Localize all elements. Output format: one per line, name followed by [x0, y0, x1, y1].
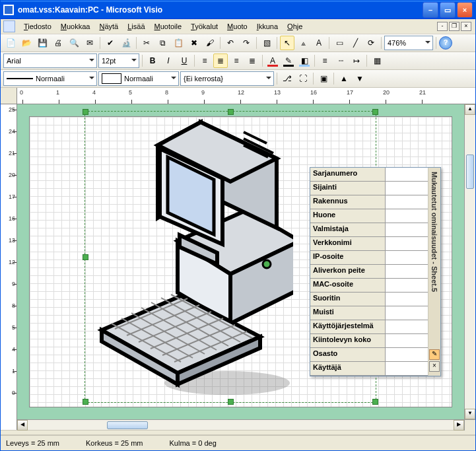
align-justify-button[interactable]: ≣: [245, 53, 259, 68]
mdi-close-button[interactable]: ×: [461, 22, 471, 31]
property-row[interactable]: Sijainti: [310, 182, 428, 195]
undo-button[interactable]: ↶: [223, 36, 238, 50]
property-value[interactable]: [386, 168, 428, 181]
zoom-combo[interactable]: 476%: [384, 36, 433, 50]
property-row[interactable]: MAC-osoite: [310, 279, 428, 293]
property-row[interactable]: Valmistaja: [310, 223, 428, 237]
property-row[interactable]: IP-osoite: [310, 251, 428, 265]
scroll-up-button[interactable]: ▲: [465, 104, 475, 115]
paste-button[interactable]: 📋: [171, 36, 186, 50]
property-row[interactable]: Käyttäjä: [310, 362, 428, 376]
layer-combo[interactable]: {Ei kerrosta}: [180, 71, 274, 86]
property-value[interactable]: [386, 182, 428, 195]
italic-button[interactable]: I: [161, 53, 176, 68]
property-value[interactable]: [386, 362, 428, 375]
mdi-minimize-button[interactable]: -: [437, 22, 448, 31]
resize-handle-s[interactable]: [228, 399, 234, 405]
email-button[interactable]: ✉: [83, 36, 97, 50]
maximize-button[interactable]: ▭: [440, 2, 456, 18]
help-button[interactable]: ?: [439, 36, 452, 50]
save-button[interactable]: 💾: [35, 36, 50, 50]
property-row[interactable]: Käyttöjärjestelmä: [310, 320, 428, 334]
property-row[interactable]: Rakennus: [310, 195, 428, 209]
text-tool-button[interactable]: A: [312, 36, 326, 50]
line-ends-button[interactable]: ↦: [349, 53, 364, 68]
property-row[interactable]: Kiintolevyn koko: [310, 334, 428, 348]
property-value[interactable]: [386, 265, 428, 278]
fill-style-combo[interactable]: Normaali: [98, 71, 179, 86]
resize-handle-nw[interactable]: [83, 109, 88, 115]
connector-tool-button[interactable]: ⟁: [296, 36, 310, 50]
horizontal-scrollbar-thumb[interactable]: [107, 421, 148, 429]
fill-color-button[interactable]: ◧: [297, 53, 312, 68]
open-button[interactable]: 📂: [19, 36, 34, 50]
font-name-combo[interactable]: Arial: [3, 53, 97, 68]
property-row[interactable]: Muisti: [310, 306, 428, 320]
delete-button[interactable]: ✖: [187, 36, 201, 50]
property-value[interactable]: [386, 195, 428, 209]
align-center-button[interactable]: ≣: [213, 53, 228, 68]
property-row[interactable]: Huone: [310, 209, 428, 223]
copy-button[interactable]: ⧉: [155, 36, 170, 50]
property-value[interactable]: [386, 251, 428, 264]
panel-close-button[interactable]: ×: [429, 361, 440, 372]
shapes-button[interactable]: ▧: [259, 36, 274, 50]
menu-muoto[interactable]: Muoto: [222, 21, 252, 32]
cut-button[interactable]: ✂: [139, 36, 154, 50]
print-button[interactable]: 🖨: [51, 36, 65, 50]
property-value[interactable]: [386, 279, 428, 292]
property-row[interactable]: Suoritin: [310, 293, 428, 306]
close-button[interactable]: ×: [457, 2, 473, 18]
property-row[interactable]: Verkkonimi: [310, 237, 428, 251]
drawing-canvas[interactable]: SarjanumeroSijaintiRakennusHuoneValmista…: [17, 104, 464, 419]
mdi-restore-button[interactable]: ❐: [449, 22, 459, 31]
rotate-button[interactable]: ⟳: [364, 36, 378, 50]
line-tool-button[interactable]: ╱: [348, 36, 362, 50]
rectangle-tool-button[interactable]: ▭: [332, 36, 347, 50]
redo-button[interactable]: ↷: [239, 36, 254, 50]
scroll-down-button[interactable]: ▼: [465, 409, 475, 419]
resize-handle-sw[interactable]: [83, 399, 88, 405]
vertical-ruler[interactable]: 2524212017161312985410: [1, 104, 17, 430]
vertical-scrollbar[interactable]: ▲ ▼: [464, 104, 475, 419]
horizontal-scrollbar[interactable]: ◀ ▶: [17, 419, 464, 430]
menu-muokkaa[interactable]: Muokkaa: [56, 21, 95, 32]
bold-button[interactable]: B: [145, 53, 160, 68]
property-row[interactable]: Sarjanumero: [310, 168, 428, 182]
menu-muotoile[interactable]: Muotoile: [150, 21, 187, 32]
property-value[interactable]: [386, 348, 428, 361]
menu-tiedosto[interactable]: Tiedosto: [19, 21, 56, 32]
font-color-button[interactable]: A: [265, 53, 280, 68]
menu-työkalut[interactable]: Työkalut: [186, 21, 222, 32]
horizontal-ruler[interactable]: 014589121316172021: [17, 88, 475, 104]
property-value[interactable]: [386, 223, 428, 236]
group-button[interactable]: ▣: [316, 71, 331, 86]
pc-shape[interactable]: [95, 112, 293, 396]
align-shapes-button[interactable]: ▦: [370, 53, 384, 68]
property-value[interactable]: [386, 209, 428, 223]
panel-titlebar[interactable]: Mukautetut ominaisuudet - Sheet.5 ✎ ×: [428, 168, 440, 376]
vertical-scrollbar-thumb[interactable]: [466, 155, 474, 189]
scroll-left-button[interactable]: ◀: [17, 420, 28, 431]
format-painter-button[interactable]: 🖌: [203, 36, 217, 50]
property-row[interactable]: Osasto: [310, 348, 428, 362]
new-button[interactable]: 📄: [3, 36, 18, 50]
panel-edit-button[interactable]: ✎: [429, 349, 440, 360]
print-preview-button[interactable]: 🔍: [67, 36, 81, 50]
underline-button[interactable]: U: [177, 53, 191, 68]
menu-ikkuna[interactable]: Ikkuna: [252, 21, 283, 32]
minimize-button[interactable]: –: [423, 2, 438, 18]
spelling-button[interactable]: ✔: [103, 36, 118, 50]
resize-handle-se[interactable]: [372, 399, 378, 405]
research-button[interactable]: 🔬: [119, 36, 133, 50]
resize-handle-ne[interactable]: [372, 109, 378, 115]
property-value[interactable]: [386, 334, 428, 347]
line-style-combo[interactable]: Normaali: [3, 71, 97, 86]
property-value[interactable]: [386, 237, 428, 250]
custom-properties-panel[interactable]: SarjanumeroSijaintiRakennusHuoneValmista…: [310, 167, 441, 376]
line-pattern-button[interactable]: ┄: [333, 53, 348, 68]
align-right-button[interactable]: ≡: [229, 53, 244, 68]
connect-shapes-button[interactable]: ⎇: [280, 71, 294, 86]
crop-button[interactable]: ⛶: [296, 71, 310, 86]
menu-ohje[interactable]: Ohje: [283, 21, 307, 32]
